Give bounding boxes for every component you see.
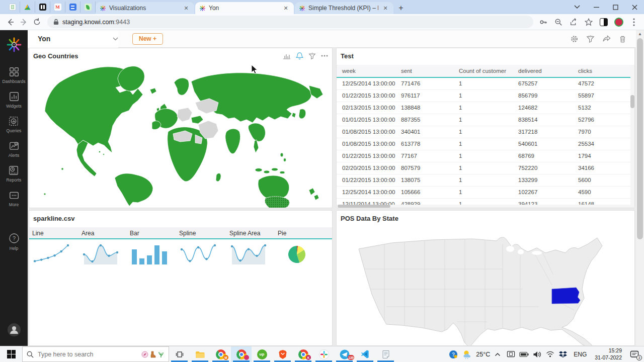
forward-icon[interactable] [17,16,30,29]
table-row[interactable]: 01/01/2015 13:00:00887355183851452796 [337,114,631,126]
taskbar-app-slack[interactable] [313,346,334,362]
cast-device-icon[interactable] [505,346,516,362]
column-header[interactable]: Spline [179,227,229,238]
tab-simple-threshold[interactable]: Simple Threshold (KPI) – Docum ✕ [295,2,393,14]
tab-close-icon[interactable]: ✕ [381,4,389,12]
start-button[interactable] [0,346,22,362]
column-header[interactable]: Line [32,227,82,238]
taskbar-app-upwork[interactable]: up [252,346,272,362]
scrollbar-thumb[interactable] [338,205,390,208]
state-pennsylvania-highlight[interactable] [552,288,580,304]
language-indicator[interactable]: ENG [571,351,590,358]
table-row[interactable]: 01/08/2015 13:00:0034040113172187970 [337,126,631,138]
weather-icon[interactable] [461,346,474,362]
tab-close-icon[interactable]: ✕ [282,4,290,12]
sparkline-cell-spline-area[interactable] [229,241,278,266]
maximize-icon[interactable] [606,0,625,14]
tab-visualizations[interactable]: Visualizations ✕ [96,2,194,14]
column-header[interactable]: delivered [513,65,573,77]
pinned-tab-notes[interactable] [5,2,20,13]
filter-funnel-icon[interactable] [308,52,316,60]
back-icon[interactable] [4,16,17,29]
trash-icon[interactable] [618,35,627,43]
column-header[interactable]: Area [82,227,130,238]
sparkline-cell-spline[interactable] [179,241,229,266]
sidebar-item-dashboards[interactable]: Dashboards [3,66,26,84]
tab-yon[interactable]: Yon ✕ [195,2,294,14]
volume-icon[interactable] [531,346,542,362]
pinned-tab-trello[interactable] [35,2,50,13]
search-input[interactable] [38,351,137,358]
column-header[interactable]: Count of customer [453,65,513,77]
pinned-tab-leaf[interactable] [80,2,96,13]
sparkline-cell-area[interactable] [82,241,130,266]
taskbar-app-chrome-active[interactable] [231,346,252,362]
taskbar-app-telegram[interactable]: 139 [334,346,355,362]
dropbox-icon[interactable] [557,346,569,362]
column-header[interactable]: Bar [130,227,179,238]
browser-menu-icon[interactable] [628,16,640,29]
reload-icon[interactable] [30,16,43,29]
sidebar-item-widgets[interactable]: Widgets [6,91,22,109]
bookmark-star-icon[interactable] [583,16,595,29]
table-row[interactable]: 01/22/2015 13:00:0013807511332995600 [337,174,631,186]
url-bar[interactable]: staging.knowi.com:9443 [47,16,533,28]
scrollbar-thumb[interactable] [630,95,634,108]
close-window-icon[interactable] [625,0,644,14]
sparkline-cell-pie[interactable] [278,241,331,266]
table-row[interactable]: 12/25/2014 13:00:0010566611022674590 [337,186,631,198]
table-row[interactable]: 01/08/2015 13:00:00613778154060125534 [337,138,631,150]
table-hscrollbar-track[interactable] [337,205,631,208]
column-header[interactable]: sent [395,65,453,77]
table-row[interactable]: 01/22/2015 13:00:00771671687691794 [337,150,631,162]
taskbar-app-chrome-m[interactable]: M [210,346,231,362]
knowi-logo[interactable] [6,36,23,55]
table-scrollbar-track[interactable] [630,65,634,208]
sparkline-cell-bar[interactable] [130,241,179,266]
taskbar-app-notepad[interactable] [375,346,396,362]
wifi-icon[interactable] [544,346,555,362]
scrollbar-thumb[interactable] [637,38,643,239]
sidebar-item-more[interactable]: More [9,190,20,207]
search-highlights[interactable] [141,351,165,358]
battery-icon[interactable] [518,346,529,362]
taskbar-app-brave[interactable] [272,346,293,362]
share-arrow-icon[interactable] [602,35,611,43]
sidebar-item-help[interactable]: ? Help [8,232,20,251]
new-button[interactable]: New + [132,33,163,45]
tray-app-icon[interactable]: ? [448,346,459,362]
tab-close-icon[interactable]: ✕ [182,4,190,12]
column-header[interactable]: Spline Area [229,227,278,238]
filter-funnel-icon[interactable] [586,35,595,43]
column-header[interactable]: week [337,65,395,77]
alert-bell-icon[interactable] [296,52,303,60]
new-tab-button[interactable]: + [394,2,408,14]
sidebar-item-alerts[interactable]: Alerts [9,140,20,158]
sidebar-item-reports[interactable]: Reports [7,165,22,183]
taskbar-app-file-explorer[interactable] [190,346,210,362]
table-row[interactable]: 01/22/2015 13:00:00976117185679955897 [337,89,631,102]
table-row[interactable]: 12/25/2014 13:00:00771476167525747572 [337,77,631,89]
world-map[interactable] [29,63,333,208]
scroll-up-icon[interactable]: ▲ [636,30,644,37]
us-map[interactable] [337,224,635,346]
password-key-icon[interactable] [537,16,549,29]
notification-center[interactable]: 3 [627,346,642,362]
column-header[interactable]: clicks [573,65,631,77]
profile-avatar[interactable] [613,16,625,29]
taskbar-clock[interactable]: 15:29 31-07-2022 [592,347,625,360]
widget-menu-icon[interactable] [321,55,328,57]
taskbar-app-vscode[interactable] [355,346,375,362]
pinned-tab-docs[interactable] [65,2,80,13]
user-avatar[interactable] [7,323,21,339]
column-header[interactable]: Pie [278,227,331,238]
sparkline-cell-line[interactable] [32,241,82,266]
table-row[interactable]: 02/20/2015 13:00:00807579175222034166 [337,162,631,174]
page-scrollbar[interactable]: ▲ [636,30,644,346]
dashboard-selector[interactable]: Yon [28,30,118,48]
settings-gear-icon[interactable] [570,35,579,43]
chart-type-icon[interactable] [283,52,291,59]
weather-temp[interactable]: 25°C [476,351,490,358]
task-view-button[interactable] [169,346,190,362]
taskbar-app-chrome-k[interactable]: K [293,346,313,362]
